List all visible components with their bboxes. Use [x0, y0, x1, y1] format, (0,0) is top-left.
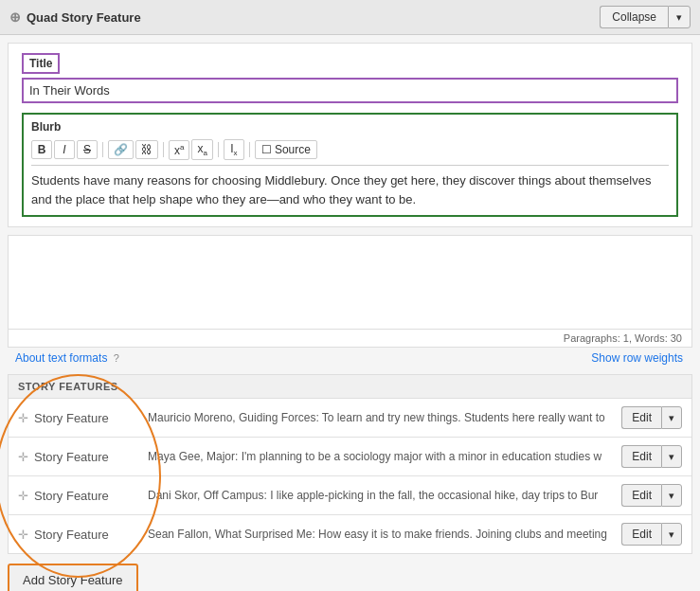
source-label: Source — [275, 143, 311, 156]
header-title-group: ⊕ Quad Story Feature — [9, 9, 141, 25]
table-row: ✛ Story Feature Dani Skor, Off Campus: I… — [9, 476, 691, 515]
source-button[interactable]: ☐ Source — [255, 140, 317, 159]
edit-dropdown-button[interactable]: ▾ — [661, 484, 682, 507]
stats-text: Paragraphs: 1, Words: 30 — [564, 332, 682, 344]
story-features-header: STORY FEATURES — [9, 375, 691, 399]
edit-button[interactable]: Edit — [621, 445, 661, 468]
italic-button[interactable]: I — [54, 140, 75, 159]
story-feature-label: Story Feature — [34, 411, 138, 425]
drag-handle-icon[interactable]: ✛ — [18, 528, 28, 542]
toolbar-separator-3 — [218, 142, 219, 157]
drag-handle-icon[interactable]: ✛ — [18, 489, 28, 503]
blurb-field-group: Blurb B I S 🔗 ⛓ xa xa Ix ☐ Source Studen… — [22, 113, 678, 217]
edit-button[interactable]: Edit — [621, 406, 661, 429]
format-clear-button[interactable]: Ix — [224, 139, 244, 160]
story-feature-label: Story Feature — [34, 450, 138, 464]
edit-dropdown-button[interactable]: ▾ — [661, 445, 682, 468]
table-row: ✛ Story Feature Sean Fallon, What Surpri… — [9, 515, 691, 553]
module-title: Quad Story Feature — [27, 10, 141, 25]
title-field-group: Title — [22, 53, 678, 103]
story-feature-label: Story Feature — [34, 528, 138, 542]
story-features-section: STORY FEATURES ✛ Story Feature Mauricio … — [8, 374, 692, 554]
add-story-feature-button[interactable]: Add Story Feature — [8, 564, 138, 591]
main-content: Title Blurb B I S 🔗 ⛓ xa xa Ix ☐ S — [8, 43, 692, 227]
story-feature-description: Dani Skor, Off Campus: I like apple-pick… — [138, 489, 621, 502]
drag-handle-icon[interactable]: ✛ — [18, 411, 28, 425]
drag-handle-icon[interactable]: ⊕ — [9, 9, 21, 25]
about-text-formats-link[interactable]: About text formats ? — [15, 351, 119, 365]
help-icon: ? — [114, 352, 119, 364]
story-feature-description: Sean Fallon, What Surprised Me: How easy… — [138, 528, 621, 541]
blurb-toolbar: B I S 🔗 ⛓ xa xa Ix ☐ Source — [31, 139, 669, 166]
stats-bar: Paragraphs: 1, Words: 30 — [8, 330, 692, 348]
bold-button[interactable]: B — [31, 140, 52, 159]
about-formats-anchor[interactable]: About text formats — [15, 351, 107, 365]
toolbar-separator-2 — [163, 142, 164, 157]
source-icon: ☐ — [261, 143, 272, 156]
edit-button[interactable]: Edit — [621, 484, 661, 507]
row-actions: Edit ▾ — [621, 406, 682, 429]
link-button[interactable]: 🔗 — [108, 140, 134, 159]
blurb-label: Blurb — [31, 120, 669, 134]
blurb-text: Students have many reasons for choosing … — [31, 171, 669, 209]
title-input[interactable] — [22, 78, 678, 103]
row-actions: Edit ▾ — [621, 523, 682, 546]
module-header: ⊕ Quad Story Feature Collapse ▾ — [0, 0, 700, 35]
edit-dropdown-button[interactable]: ▾ — [661, 523, 682, 546]
story-feature-description: Mauricio Moreno, Guiding Forces: To lear… — [138, 411, 621, 424]
page-wrapper: ⊕ Quad Story Feature Collapse ▾ Title Bl… — [0, 0, 700, 591]
show-row-weights-link[interactable]: Show row weights — [591, 351, 683, 365]
table-row: ✛ Story Feature Mauricio Moreno, Guiding… — [9, 399, 691, 438]
collapse-dropdown-button[interactable]: ▾ — [668, 6, 691, 28]
row-actions: Edit ▾ — [621, 445, 682, 468]
add-button-row: Add Story Feature — [0, 554, 700, 591]
toolbar-separator-1 — [102, 142, 103, 157]
extra-content-area — [8, 235, 692, 330]
story-features-container: STORY FEATURES ✛ Story Feature Mauricio … — [0, 374, 700, 554]
unlink-button[interactable]: ⛓ — [135, 140, 158, 159]
title-label: Title — [22, 53, 60, 74]
superscript-button[interactable]: xa — [169, 140, 189, 160]
edit-dropdown-button[interactable]: ▾ — [661, 406, 682, 429]
collapse-button[interactable]: Collapse — [600, 6, 668, 28]
links-bar: About text formats ? Show row weights — [8, 348, 692, 368]
strikethrough-button[interactable]: S — [77, 140, 98, 159]
edit-button[interactable]: Edit — [621, 523, 661, 546]
row-actions: Edit ▾ — [621, 484, 682, 507]
story-feature-description: Maya Gee, Major: I'm planning to be a so… — [138, 450, 621, 463]
table-row: ✛ Story Feature Maya Gee, Major: I'm pla… — [9, 438, 691, 476]
toolbar-separator-4 — [249, 142, 250, 157]
story-feature-label: Story Feature — [34, 489, 138, 503]
drag-handle-icon[interactable]: ✛ — [18, 450, 28, 464]
header-buttons: Collapse ▾ — [600, 6, 691, 28]
subscript-button[interactable]: xa — [191, 139, 212, 160]
